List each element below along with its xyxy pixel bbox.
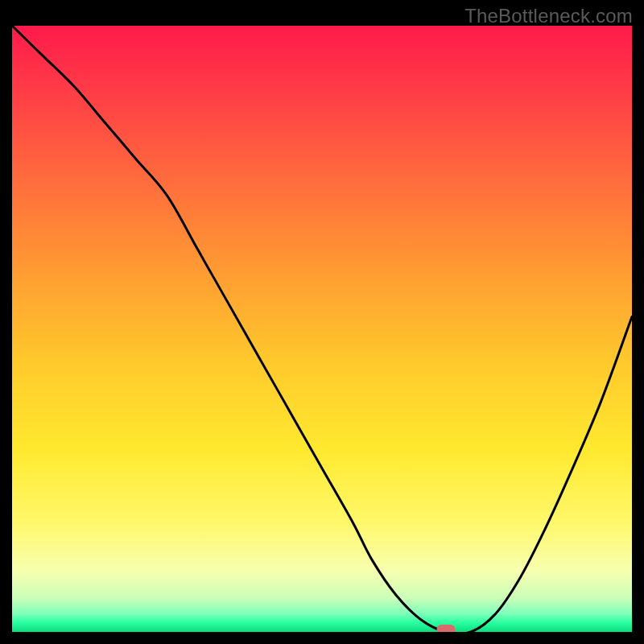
chart-frame: TheBottleneck.com [0, 0, 644, 644]
watermark-text: TheBottleneck.com [464, 5, 633, 27]
chart-svg [12, 26, 632, 632]
optimum-marker [436, 625, 455, 632]
plot-area [12, 26, 632, 632]
